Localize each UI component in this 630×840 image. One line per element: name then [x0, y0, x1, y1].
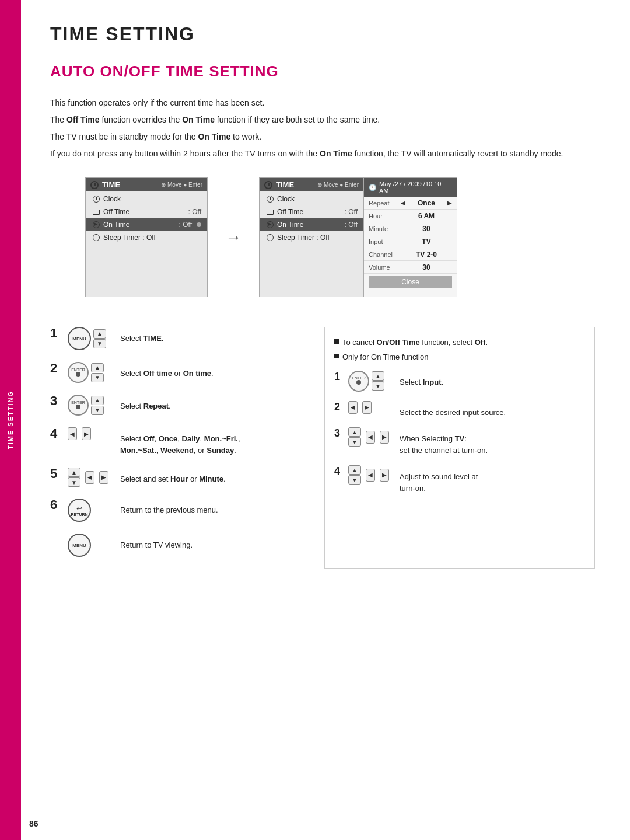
menu-row-extra2 — [86, 257, 207, 270]
r-ontime-icon-sm — [267, 221, 274, 228]
nav-left-r4[interactable]: ◀ — [366, 469, 375, 482]
enter-button-2[interactable]: ENTER — [68, 362, 89, 383]
nav-lr-4: ◀ ▶ — [68, 427, 91, 440]
nav-left-4[interactable]: ◀ — [68, 427, 77, 440]
volume-label: Volume — [369, 264, 401, 271]
r-clock-icon-sm — [267, 196, 274, 203]
nav-left-r2[interactable]: ◀ — [348, 401, 358, 414]
date-label: May /27 / 2009 /10:10 AM — [379, 180, 452, 194]
clock-icon-small — [93, 196, 100, 203]
repeat-row: Repeat ◀ Once ▶ — [364, 197, 457, 210]
nav-down-r3[interactable]: ▼ — [348, 437, 361, 447]
menu-button-1[interactable]: MENU — [68, 327, 91, 350]
nav-down-5[interactable]: ▼ — [68, 477, 80, 487]
right-step-3: 3 ▲ ▼ ◀ ▶ — [334, 427, 585, 456]
r-tv-icon-sm — [267, 210, 274, 215]
nav-left-5[interactable]: ◀ — [85, 471, 94, 484]
clock-icon3: 🕙 — [369, 184, 377, 191]
nav-down-2[interactable]: ▼ — [91, 373, 104, 382]
nav-lr-r2: ◀ ▶ — [348, 401, 372, 414]
r-tv-icon — [265, 207, 275, 217]
menu-button-7[interactable]: MENU — [68, 534, 91, 557]
enter-button-r1[interactable]: ENTER — [348, 371, 369, 392]
step-3: 3 ENTER ▲ ▼ Select Repeat. — [50, 395, 301, 416]
nav-right-5[interactable]: ▶ — [99, 471, 108, 484]
ontime-dot — [197, 222, 201, 227]
r-ontime-icon — [265, 220, 275, 229]
nav-down-r4[interactable]: ▼ — [348, 475, 361, 485]
nav-down-3[interactable]: ▼ — [91, 406, 104, 415]
clock-icon — [90, 181, 99, 189]
step-7-text: Return to TV viewing. — [120, 534, 301, 551]
nav-up-2[interactable]: ▲ — [91, 363, 104, 372]
sleep-icon — [93, 234, 100, 241]
menu-right-left: TIME ⊕ Move ● Enter Clock Off Time : Off — [259, 177, 364, 297]
menu-left-title: TIME — [102, 180, 158, 189]
offtime-label: Off Time — [103, 208, 186, 216]
nav-up-1[interactable]: ▲ — [93, 329, 106, 339]
nav-up-r4[interactable]: ▲ — [348, 465, 361, 475]
page-title: TIME SETTING — [50, 23, 595, 45]
step-3-text: Select Repeat. — [120, 395, 301, 412]
menu-row-clock: Clock — [86, 193, 207, 205]
step-4-text: Select Off, Once, Daily, Mon.~Fri.,Mon.~… — [120, 427, 301, 456]
step-4-icons: ◀ ▶ — [68, 427, 114, 440]
nav-lr-row-r4: ◀ ▶ — [366, 469, 389, 482]
step-5-text: Select and set Hour or Minute. — [120, 468, 301, 485]
menu-right-nav: ⊕ Move ● Enter — [317, 182, 359, 188]
nav-right-r3[interactable]: ▶ — [380, 431, 389, 444]
nav-down-1[interactable]: ▼ — [93, 339, 106, 348]
page-wrapper: TIME SETTING TIME SETTING AUTO ON/OFF TI… — [0, 0, 630, 840]
r-clock-icon — [265, 194, 275, 204]
menu-right-panel-header: 🕙 May /27 / 2009 /10:10 AM — [364, 178, 457, 197]
nav-up-5[interactable]: ▲ — [68, 468, 80, 477]
page-number: 86 — [29, 819, 38, 828]
volume-value: 30 — [401, 263, 452, 271]
step-5: 5 ▲ ▼ ◀ ▶ — [50, 468, 301, 487]
steps-left: 1 MENU ▲ ▼ Select TIME. 2 — [50, 327, 301, 569]
nav-down-r1[interactable]: ▼ — [372, 381, 384, 391]
steps-container: 1 MENU ▲ ▼ Select TIME. 2 — [50, 327, 595, 569]
right-step-1: 1 ENTER ▲ ▼ Select Input. — [334, 371, 585, 392]
right-step-3-num: 3 — [334, 427, 344, 440]
desc-line3: The TV must be in standby mode for the O… — [50, 131, 595, 143]
close-button[interactable]: Close — [369, 276, 452, 288]
ontime-row-icon — [92, 220, 101, 229]
nav-right-4[interactable]: ▶ — [82, 427, 91, 440]
menu-left-nav: ⊕ Move ● Enter — [161, 182, 202, 188]
r-extra2 — [260, 257, 363, 270]
menu-btn-label-1: MENU — [72, 336, 86, 341]
nav-right-r2[interactable]: ▶ — [362, 401, 372, 414]
return-button[interactable]: ↩ RETURN — [68, 499, 91, 522]
bullet-1: To cancel On/Off Time function, select O… — [334, 337, 585, 349]
main-content: TIME SETTING AUTO ON/OFF TIME SETTING Th… — [21, 0, 630, 840]
enter-dot-2 — [76, 372, 80, 377]
step-1-text: Select TIME. — [120, 327, 301, 344]
enter-button-3[interactable]: ENTER — [68, 395, 89, 416]
nav-up-r1[interactable]: ▲ — [372, 371, 384, 381]
input-value: TV — [401, 238, 452, 246]
steps-right: To cancel On/Off Time function, select O… — [324, 327, 595, 569]
hour-value: 6 AM — [401, 212, 452, 220]
step-2-icons: ENTER ▲ ▼ — [68, 362, 114, 383]
step-7: 1 MENU Return to TV viewing. — [50, 534, 301, 557]
menu-left: TIME ⊕ Move ● Enter Clock — [85, 177, 208, 297]
nav-up-r3[interactable]: ▲ — [348, 427, 361, 437]
step-6-number: 6 — [50, 499, 62, 511]
r-extra3 — [260, 270, 363, 283]
channel-value: TV 2-0 — [401, 250, 452, 259]
nav-left-r3[interactable]: ◀ — [366, 431, 375, 444]
desc-line1: This function operates only if the curre… — [50, 97, 595, 109]
step-6-text: Return to the previous menu. — [120, 499, 301, 516]
nav-up-3[interactable]: ▲ — [91, 396, 104, 405]
r-sleep-icon — [265, 233, 275, 242]
right-step-3-icons: ▲ ▼ ◀ ▶ — [348, 427, 395, 447]
menu-left-rows: Clock Off Time : Off — [86, 191, 207, 297]
nav-lr-row-5: ◀ ▶ — [85, 471, 108, 484]
nav-right-r4[interactable]: ▶ — [380, 469, 389, 482]
r-extra1 — [260, 244, 363, 257]
right-step-2-icons: ◀ ▶ — [348, 401, 395, 414]
ontime-value: : Off — [179, 221, 192, 229]
bullet-2: Only for On Time function — [334, 351, 585, 364]
enter-btn-label-r1: ENTER — [352, 376, 366, 380]
